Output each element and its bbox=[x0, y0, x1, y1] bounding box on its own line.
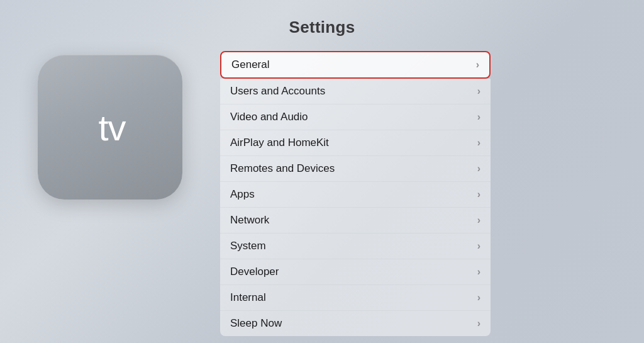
settings-item-apps[interactable]: Apps › bbox=[220, 182, 491, 208]
settings-item-developer[interactable]: Developer › bbox=[220, 259, 491, 285]
settings-label-sleep-now: Sleep Now bbox=[230, 317, 282, 330]
settings-label-developer: Developer bbox=[230, 266, 279, 278]
apple-tv-logo: tv bbox=[38, 55, 182, 200]
chevron-icon-internal: › bbox=[477, 292, 480, 303]
settings-label-video-and-audio: Video and Audio bbox=[230, 111, 308, 123]
settings-item-video-and-audio[interactable]: Video and Audio › bbox=[220, 104, 491, 130]
settings-item-internal[interactable]: Internal › bbox=[220, 285, 491, 311]
chevron-icon-apps: › bbox=[477, 189, 480, 200]
chevron-icon-video-and-audio: › bbox=[477, 111, 480, 123]
settings-label-network: Network bbox=[230, 214, 269, 227]
apple-tv-branding: tv bbox=[94, 106, 125, 149]
page-title: Settings bbox=[289, 18, 355, 37]
chevron-icon-airplay-and-homekit: › bbox=[477, 137, 480, 149]
chevron-icon-general: › bbox=[476, 59, 479, 70]
settings-item-sleep-now[interactable]: Sleep Now › bbox=[220, 311, 491, 336]
chevron-icon-remotes-and-devices: › bbox=[477, 163, 480, 174]
settings-list: General › Users and Accounts › Video and… bbox=[220, 51, 491, 336]
chevron-icon-network: › bbox=[477, 215, 480, 226]
chevron-icon-users-and-accounts: › bbox=[477, 86, 480, 97]
chevron-icon-sleep-now: › bbox=[477, 318, 480, 329]
chevron-icon-developer: › bbox=[477, 266, 480, 278]
settings-label-users-and-accounts: Users and Accounts bbox=[230, 85, 325, 98]
tv-label: tv bbox=[98, 106, 125, 149]
settings-item-system[interactable]: System › bbox=[220, 233, 491, 259]
settings-label-general: General bbox=[231, 59, 269, 71]
settings-label-system: System bbox=[230, 240, 266, 252]
settings-item-network[interactable]: Network › bbox=[220, 208, 491, 233]
settings-item-remotes-and-devices[interactable]: Remotes and Devices › bbox=[220, 156, 491, 182]
settings-label-airplay-and-homekit: AirPlay and HomeKit bbox=[230, 137, 329, 149]
settings-label-remotes-and-devices: Remotes and Devices bbox=[230, 162, 335, 175]
settings-item-general[interactable]: General › bbox=[220, 51, 491, 79]
settings-label-internal: Internal bbox=[230, 291, 266, 304]
settings-label-apps: Apps bbox=[230, 188, 255, 201]
settings-item-users-and-accounts[interactable]: Users and Accounts › bbox=[220, 79, 491, 104]
settings-item-airplay-and-homekit[interactable]: AirPlay and HomeKit › bbox=[220, 130, 491, 156]
chevron-icon-system: › bbox=[477, 240, 480, 252]
content-area: tv General › Users and Accounts › Video … bbox=[0, 48, 644, 336]
